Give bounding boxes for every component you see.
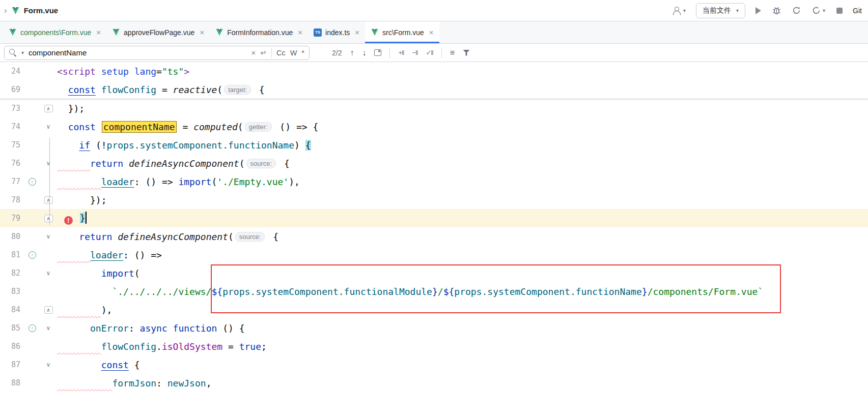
line-number[interactable]: 73 (0, 104, 24, 113)
line-number[interactable]: 24 (0, 67, 24, 76)
profiler-button[interactable] (791, 5, 802, 16)
fold-expand-icon[interactable]: ∨ (46, 361, 51, 368)
token: }); (90, 195, 107, 205)
code-line[interactable]: 87∨ const { (0, 355, 868, 374)
bug-icon (772, 6, 781, 15)
tab-close-icon[interactable]: × (355, 28, 359, 37)
tab-close-icon[interactable]: × (200, 28, 204, 37)
user-account-button[interactable]: ▾ (671, 6, 687, 16)
line-number[interactable]: 78 (0, 195, 24, 204)
line-number[interactable]: 88 (0, 378, 24, 388)
vue-logo-icon (11, 7, 20, 15)
line-number[interactable]: 79 (0, 214, 24, 223)
tab-close-icon[interactable]: × (429, 28, 434, 37)
line-number[interactable]: 76 (0, 159, 24, 168)
search-input[interactable]: componentName (29, 48, 87, 57)
next-match-button[interactable]: ↓ (362, 48, 366, 57)
line-number[interactable]: 83 (0, 287, 24, 296)
token: true (239, 341, 261, 352)
line-number[interactable]: 77 (0, 177, 24, 186)
tab-close-icon[interactable]: × (298, 28, 302, 37)
code-line[interactable]: 79∧ ! } (0, 209, 868, 227)
code-line[interactable]: 81↑ loader: () => (0, 246, 868, 264)
tab-label: FormInformation.vue (227, 28, 293, 37)
code-line[interactable]: 77↑ loader: () => import('./Empty.vue'), (0, 172, 868, 191)
code-line[interactable]: 83 `./../../../views/${props.systemCompo… (0, 282, 868, 301)
code-text: const componentName = computed(getter: (… (57, 122, 868, 132)
select-all-occurrences-button[interactable]: ✓‖ (426, 49, 433, 56)
fold-expand-icon[interactable]: ∨ (46, 270, 51, 277)
debug-button[interactable] (771, 5, 782, 16)
code-line[interactable]: 84∧ ), (0, 301, 868, 319)
code-line[interactable]: 80∨ return defineAsyncComponent(source: … (0, 227, 868, 246)
code-line[interactable]: 88 formJson: newJson, (0, 374, 868, 392)
code-line[interactable]: 74∨ const componentName = computed(gette… (0, 117, 868, 136)
tab-close-icon[interactable]: × (96, 28, 101, 37)
search-field[interactable]: ▾ componentName × ↵ Cc W * (4, 46, 310, 60)
code-text: <script setup lang="ts"> (57, 66, 868, 77)
fold-collapse-icon[interactable]: ∧ (44, 306, 53, 314)
token: `./../../../views/ (112, 286, 211, 297)
code-line[interactable]: 86 flowConfig.isOldSystem = true; (0, 337, 868, 355)
fold-expand-icon[interactable]: ∨ (46, 123, 51, 130)
fold-expand-icon[interactable]: ∨ (46, 233, 51, 240)
code-line[interactable]: 76∨ return defineAsyncComponent(source: … (0, 154, 868, 172)
code-line[interactable]: 78∧ }); (0, 191, 868, 209)
lint-wavy-underline (57, 305, 101, 315)
tab-index-ts[interactable]: TSindex.ts× (308, 21, 365, 43)
stop-button[interactable] (835, 7, 844, 15)
line-number[interactable]: 80 (0, 232, 24, 241)
code-line[interactable]: 73∧ }); (0, 99, 868, 117)
tab-components-form-vue[interactable]: components\Form.vue× (3, 21, 106, 43)
tab-src-form-vue[interactable]: src\Form.vue× (365, 21, 439, 43)
code-text: loader: () => import('./Empty.vue'), (57, 176, 868, 187)
intention-up-icon[interactable]: ↑ (29, 251, 36, 259)
fold-collapse-icon[interactable]: ∧ (44, 215, 53, 222)
code-line[interactable]: 85↑∨ onError: async function () { (0, 319, 868, 337)
run-with-options-button[interactable]: ▾ (811, 5, 826, 16)
run-button[interactable] (754, 6, 762, 15)
git-widget[interactable]: Git (853, 7, 862, 15)
whole-words-toggle[interactable]: W (290, 49, 297, 57)
lint-wavy-underline (57, 250, 90, 260)
line-number[interactable]: 69 (0, 85, 24, 94)
clear-search-icon[interactable]: × (251, 48, 256, 57)
remove-occurrence-button[interactable]: −‖ (412, 49, 417, 56)
match-case-toggle[interactable]: Cc (276, 49, 286, 57)
error-icon[interactable]: ! (64, 216, 73, 225)
code-line[interactable]: 82∨ import( (0, 264, 868, 282)
code-line[interactable]: 24<script setup lang="ts"> (0, 62, 868, 80)
fold-collapse-icon[interactable]: ∧ (44, 105, 53, 112)
line-number[interactable]: 81 (0, 250, 24, 259)
run-configuration-selector[interactable]: 当前文件 ▾ (696, 3, 745, 18)
vue-file-icon (371, 28, 379, 36)
line-number[interactable]: 82 (0, 269, 24, 278)
filter-icon[interactable] (463, 50, 470, 56)
search-options-button[interactable]: ≡ (450, 48, 455, 57)
line-number[interactable]: 74 (0, 122, 24, 131)
tab-approveflowpage-vue[interactable]: approveFlowPage.vue× (106, 21, 210, 43)
code-line[interactable]: 75 if (!props.systemComponent.functionNa… (0, 136, 868, 154)
previous-match-button[interactable]: ↑ (350, 48, 354, 57)
search-history-chevron-icon[interactable]: ▾ (21, 50, 24, 55)
intention-up-icon[interactable]: ↑ (29, 324, 36, 332)
editor-tab-bar: components\Form.vue×approveFlowPage.vue×… (0, 21, 868, 44)
fold-expand-icon[interactable]: ∨ (46, 324, 51, 332)
line-number[interactable]: 86 (0, 342, 24, 351)
fold-expand-icon[interactable]: ∨ (46, 160, 51, 167)
token: flowConfig (101, 84, 156, 95)
line-number[interactable]: 84 (0, 305, 24, 314)
tab-forminformation-vue[interactable]: FormInformation.vue× (210, 21, 308, 43)
code-line[interactable]: 69 const flowConfig = reactive(target: { (0, 80, 868, 99)
intention-up-icon[interactable]: ↑ (29, 178, 36, 186)
code-editor[interactable]: 24<script setup lang="ts">69 const flowC… (0, 62, 868, 417)
fold-collapse-icon[interactable]: ∧ (44, 196, 53, 204)
regex-toggle[interactable]: * (301, 49, 304, 57)
open-in-find-window-button[interactable] (374, 49, 381, 56)
line-number[interactable]: 85 (0, 323, 24, 333)
line-number[interactable]: 87 (0, 360, 24, 369)
newline-icon[interactable]: ↵ (260, 48, 267, 57)
line-number[interactable]: 75 (0, 140, 24, 150)
add-occurrence-button[interactable]: +‖ (398, 49, 404, 56)
gutter-icon-cell: ↑ (24, 178, 40, 186)
